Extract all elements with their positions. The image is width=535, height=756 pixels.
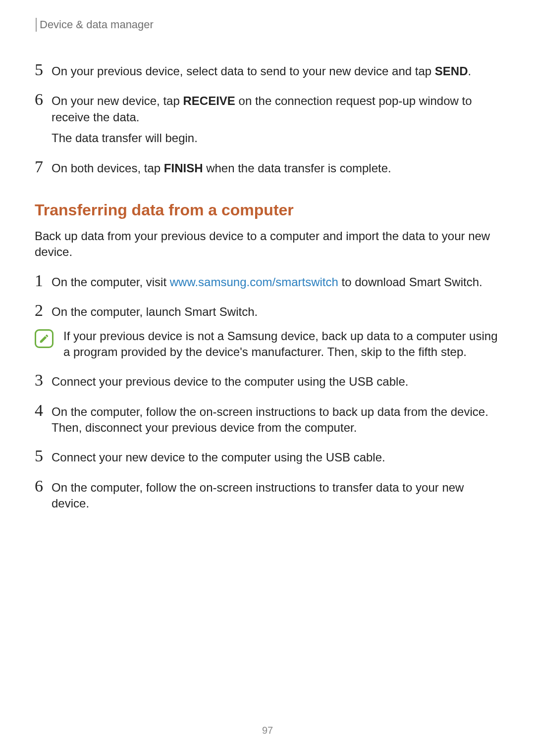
step-number: 1 <box>35 272 52 289</box>
step-number: 6 <box>35 478 52 495</box>
step-body: On the computer, visit www.samsung.com/s… <box>52 272 500 290</box>
step-4b: 4 On the computer, follow the on-screen … <box>35 402 500 436</box>
step-body: On the computer, follow the on-screen in… <box>52 402 500 436</box>
smartswitch-link[interactable]: www.samsung.com/smartswitch <box>170 275 338 289</box>
pencil-icon <box>39 333 50 344</box>
step-number: 5 <box>35 61 52 78</box>
step-body: On both devices, tap FINISH when the dat… <box>52 158 500 176</box>
step-number: 5 <box>35 448 52 464</box>
step-text: The data transfer will begin. <box>52 130 500 146</box>
step-text: On your previous device, select data to … <box>52 64 435 78</box>
step-body: Connect your new device to the computer … <box>52 448 500 465</box>
page-number: 97 <box>0 725 535 736</box>
note-icon-wrap <box>35 328 56 348</box>
bold-finish: FINISH <box>164 161 203 175</box>
step-text: Connect your new device to the computer … <box>52 450 500 465</box>
note-body: If your previous device is not a Samsung… <box>56 328 500 360</box>
note-row: If your previous device is not a Samsung… <box>35 328 500 360</box>
step-body: On your new device, tap RECEIVE on the c… <box>52 91 500 146</box>
step-6b: 6 On the computer, follow the on-screen … <box>35 478 500 512</box>
step-number: 7 <box>35 158 52 175</box>
step-5a: 5 On your previous device, select data t… <box>35 61 500 79</box>
page: Device & data manager 5 On your previous… <box>0 0 535 756</box>
step-text: when the data transfer is complete. <box>203 161 391 175</box>
step-7a: 7 On both devices, tap FINISH when the d… <box>35 158 500 176</box>
step-number: 3 <box>35 372 52 389</box>
bold-send: SEND <box>435 64 468 78</box>
step-6a: 6 On your new device, tap RECEIVE on the… <box>35 91 500 146</box>
step-text: On the computer, follow the on-screen in… <box>52 404 500 436</box>
bold-receive: RECEIVE <box>183 94 235 107</box>
step-text: to download Smart Switch. <box>338 275 482 289</box>
step-body: On the computer, follow the on-screen in… <box>52 478 500 512</box>
step-3b: 3 Connect your previous device to the co… <box>35 372 500 390</box>
step-number: 6 <box>35 91 52 108</box>
step-text: On the computer, visit <box>52 275 170 289</box>
step-text: On both devices, tap <box>52 161 164 175</box>
header-section-label: Device & data manager <box>36 18 154 32</box>
step-body: On your previous device, select data to … <box>52 61 500 79</box>
step-number: 4 <box>35 402 52 419</box>
note-icon <box>35 329 54 348</box>
step-body: Connect your previous device to the comp… <box>52 372 500 390</box>
step-text: On your new device, tap <box>52 94 183 107</box>
step-number: 2 <box>35 302 52 319</box>
step-text: . <box>468 64 471 78</box>
step-2b: 2 On the computer, launch Smart Switch. <box>35 302 500 320</box>
step-1b: 1 On the computer, visit www.samsung.com… <box>35 272 500 290</box>
step-text: On the computer, follow the on-screen in… <box>52 480 500 512</box>
section-intro: Back up data from your previous device t… <box>35 228 500 260</box>
step-text: Connect your previous device to the comp… <box>52 374 500 390</box>
step-body: On the computer, launch Smart Switch. <box>52 302 500 320</box>
step-text: On the computer, launch Smart Switch. <box>52 304 500 320</box>
page-content: 5 On your previous device, select data t… <box>35 50 500 512</box>
step-5b: 5 Connect your new device to the compute… <box>35 448 500 465</box>
section-title: Transferring data from a computer <box>35 201 500 219</box>
